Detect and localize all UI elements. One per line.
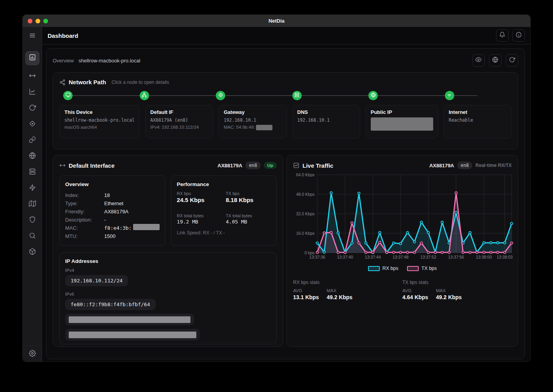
interface-overview-card: Overview Index:18 Type:Ethernet Friendly… bbox=[59, 176, 165, 246]
shield-icon bbox=[29, 216, 36, 225]
node-gateway[interactable] bbox=[216, 91, 225, 100]
kv-row-friendly: Friendly:AX88179A bbox=[65, 208, 160, 216]
node-card-default-if[interactable]: Default IF AX88179A (en8) IPv4: 192.168.… bbox=[145, 105, 213, 138]
sidebar-item-dashboard[interactable] bbox=[25, 51, 39, 65]
kv-row-description: Description:- bbox=[65, 216, 160, 224]
network-path-subtitle: Click a node to open details bbox=[112, 80, 169, 85]
chart-legend: RX bps TX bps bbox=[293, 266, 512, 271]
rx-avg-stat: AVG 13.1 Kbps bbox=[293, 288, 327, 300]
link-icon bbox=[29, 136, 36, 145]
card-title: Performance bbox=[177, 181, 271, 187]
node-dns[interactable] bbox=[292, 91, 302, 100]
live-traffic-panel: Live Traffic AX88179A en8 Real-time RX/T… bbox=[286, 155, 518, 347]
x-tick-label: 13:37:56 bbox=[448, 255, 464, 259]
node-title: Public IP bbox=[371, 109, 433, 115]
y-axis-labels: 64.0 Kbps48.0 Kbps32.0 Kbps16.0 Kbps0 bp… bbox=[293, 175, 317, 253]
path-connector-line bbox=[69, 95, 477, 96]
node-default-if[interactable] bbox=[140, 91, 149, 100]
interface-name: AX88179A bbox=[217, 163, 242, 169]
node-value: AX88179A (en8) bbox=[150, 117, 208, 123]
node-card-dns[interactable]: DNS 192.168.10.1 bbox=[292, 105, 360, 138]
kv-row-mtu: MTU:1500 bbox=[65, 232, 160, 240]
node-card-internet[interactable]: Internet Reachable bbox=[444, 105, 512, 138]
sidebar-item-connections[interactable] bbox=[25, 133, 39, 147]
sidebar-item-interfaces[interactable] bbox=[25, 69, 39, 83]
card-title: IP Addresses bbox=[65, 258, 271, 264]
link-speed-label: Link Speed: RX - / TX - bbox=[177, 230, 271, 236]
kv-row-index: Index:18 bbox=[65, 191, 160, 199]
globe-icon bbox=[29, 152, 36, 161]
node-detail: MAC: 54:9b:49: bbox=[224, 125, 281, 130]
eye-icon bbox=[475, 57, 482, 64]
y-tick-label: 48.0 Kbps bbox=[296, 192, 315, 197]
port-badge: en8 bbox=[245, 161, 261, 169]
sidebar-item-speed[interactable] bbox=[25, 181, 39, 195]
x-axis-labels: 13:37:3613:37:4013:37:4413:37:4813:37:52… bbox=[317, 255, 512, 262]
public-ip-button[interactable] bbox=[489, 54, 501, 67]
refresh-button[interactable] bbox=[506, 54, 518, 67]
redacted-public-ip-value bbox=[371, 117, 433, 131]
network-path-title: Network Path bbox=[69, 79, 106, 85]
search-icon bbox=[29, 232, 36, 241]
legend-tx[interactable]: TX bps bbox=[407, 266, 437, 271]
kv-row-mac: MAC:f8:e4:3b: bbox=[65, 224, 160, 232]
node-card-this-device[interactable]: This Device shellrow-macbook-pro.local m… bbox=[59, 105, 140, 138]
sidebar-item-map[interactable] bbox=[25, 197, 39, 211]
sidebar-item-internet[interactable] bbox=[25, 149, 39, 163]
route-icon bbox=[218, 92, 223, 99]
rx-max-stat: MAX 49.2 Kbps bbox=[327, 288, 360, 300]
page-title: Dashboard bbox=[48, 32, 78, 39]
live-traffic-chart-area: 64.0 Kbps48.0 Kbps32.0 Kbps16.0 Kbps0 bp… bbox=[293, 175, 512, 253]
hostname-label: shellrow-macbook-pro.local bbox=[78, 58, 140, 64]
sidebar-item-refresh[interactable] bbox=[25, 101, 39, 115]
node-value: shellrow-macbook-pro.local bbox=[64, 117, 135, 123]
sidebar-item-scan[interactable] bbox=[25, 229, 39, 243]
ipv4-label: IPv4 bbox=[65, 268, 271, 273]
tx-max-stat: MAX 49.2 Kbps bbox=[436, 288, 469, 300]
info-icon bbox=[516, 32, 522, 39]
monitor-icon bbox=[66, 92, 71, 99]
route-icon bbox=[29, 120, 36, 129]
package-icon bbox=[29, 248, 36, 257]
ipv4-address: 192.168.10.112/24 bbox=[65, 275, 128, 286]
sidebar-item-dns[interactable] bbox=[25, 165, 39, 179]
sidebar-toggle-button[interactable] bbox=[25, 28, 39, 43]
rotate-icon bbox=[29, 104, 36, 113]
node-title: Default IF bbox=[150, 109, 208, 115]
legend-rx[interactable]: RX bps bbox=[368, 266, 398, 271]
visibility-button[interactable] bbox=[472, 54, 485, 67]
page-header: Dashboard bbox=[42, 27, 530, 44]
sidebar-item-routes[interactable] bbox=[25, 117, 39, 131]
default-interface-panel: Default Interface AX88179A en8 Up Overvi… bbox=[53, 155, 283, 347]
node-card-gateway[interactable]: Gateway 192.168.10.1 MAC: 54:9b:49: bbox=[219, 105, 286, 138]
live-traffic-plot bbox=[317, 175, 512, 253]
chart-box-icon bbox=[293, 162, 299, 169]
ipv6-label: IPv6 bbox=[65, 292, 271, 296]
sidebar-item-traffic[interactable] bbox=[25, 85, 39, 99]
node-public-ip[interactable] bbox=[368, 91, 378, 100]
tx-bps-metric: TX bps 8.18 Kbps bbox=[226, 191, 271, 203]
node-title: Internet bbox=[449, 109, 507, 115]
lan-icon bbox=[142, 92, 147, 99]
node-this-device[interactable] bbox=[63, 91, 73, 100]
live-traffic-title: Live Traffic bbox=[302, 162, 333, 169]
node-detail: IPv4: 192.168.10.112/24 bbox=[150, 125, 208, 129]
node-card-public-ip[interactable]: Public IP bbox=[366, 105, 438, 138]
card-title: Overview bbox=[65, 181, 160, 187]
tx-total-metric: TX total bytes 4.05 MB bbox=[226, 213, 271, 225]
sidebar-item-settings[interactable] bbox=[25, 347, 39, 361]
x-tick-label: 13:38:03 bbox=[497, 255, 513, 259]
node-internet[interactable] bbox=[445, 91, 454, 100]
sidebar-item-security[interactable] bbox=[25, 213, 39, 227]
rx-stats: RX bps stats AVG 13.1 Kbps MAX 49.2 Kbps bbox=[293, 280, 402, 300]
wifi-icon bbox=[447, 92, 452, 99]
about-button[interactable] bbox=[512, 29, 525, 42]
rx-bps-metric: RX bps 24.5 Kbps bbox=[177, 191, 222, 203]
sidebar-item-packages[interactable] bbox=[25, 245, 39, 259]
notifications-button[interactable] bbox=[496, 29, 509, 42]
tx-avg-stat: AVG 4.64 Kbps bbox=[402, 288, 436, 300]
app-window: NetDia bbox=[22, 14, 531, 362]
arrows-horizontal-icon bbox=[59, 162, 66, 169]
x-tick-label: 13:37:40 bbox=[337, 255, 353, 259]
tx-legend-swatch bbox=[407, 266, 419, 271]
